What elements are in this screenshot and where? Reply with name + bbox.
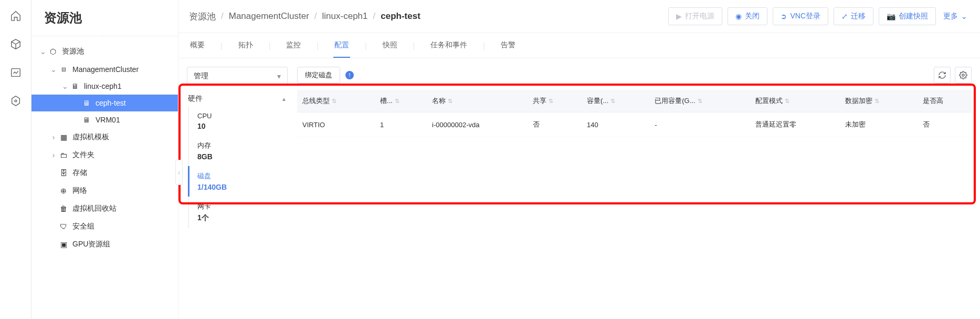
tree-secgroup[interactable]: 🛡安全组 xyxy=(31,218,178,235)
sidebar-title: 资源池 xyxy=(31,9,178,36)
cube-icon[interactable] xyxy=(9,38,22,50)
tree-cluster[interactable]: ⌄⧇ManagementCluster xyxy=(31,60,178,78)
caret-down-icon: ▾ xyxy=(277,72,281,80)
tree-root[interactable]: ⌄⬡资源池 xyxy=(31,43,178,60)
action-bar: ▶打开电源 ◉关闭 ➲VNC登录 ⤢迁移 📷创建快照 更多 ⌄ xyxy=(668,7,970,25)
tree-folders[interactable]: ›🗀文件夹 xyxy=(31,146,178,164)
sort-icon: ⇅ xyxy=(785,98,789,104)
camera-icon: 📷 xyxy=(887,12,895,20)
tab-alarm[interactable]: 告警 xyxy=(500,33,517,58)
gpu-icon: ▣ xyxy=(59,240,68,249)
disk-table: 总线类型⇅ 槽...⇅ 名称⇅ 共享⇅ 容量(...⇅ 已用容量(G...⇅ 配… xyxy=(297,90,972,137)
refresh-button[interactable] xyxy=(934,67,951,84)
migrate-icon: ⤢ xyxy=(841,12,848,20)
tree-storage[interactable]: 🗄存储 xyxy=(31,164,178,182)
triangle-up-icon: ▲ xyxy=(281,96,287,102)
play-icon: ▶ xyxy=(676,12,682,20)
cell-slot: 1 xyxy=(375,112,427,137)
shield-icon: 🛡 xyxy=(59,222,68,231)
col-used[interactable]: 已用容量(G...⇅ xyxy=(649,90,750,112)
tree-vm-ceph-test[interactable]: 🖥ceph-test xyxy=(31,95,178,111)
cell-is: 否 xyxy=(918,112,972,137)
template-icon: ▦ xyxy=(59,133,68,141)
col-slot[interactable]: 槽...⇅ xyxy=(375,90,427,112)
tree-templates[interactable]: ›▦虚拟机模板 xyxy=(31,128,178,146)
sort-icon: ⇅ xyxy=(332,98,336,104)
folder-icon: 🗀 xyxy=(59,151,68,159)
hexagon-icon[interactable] xyxy=(9,95,22,107)
cell-cap: 140 xyxy=(582,112,649,137)
table-toolbar: 绑定磁盘 ! xyxy=(297,67,972,84)
resource-tree: ⌄⬡资源池 ⌄⧇ManagementCluster ⌄🖥linux-ceph1 … xyxy=(31,43,178,253)
power-on-button: ▶打开电源 xyxy=(668,7,722,25)
tab-tasks[interactable]: 任务和事件 xyxy=(429,33,468,58)
info-icon[interactable]: ! xyxy=(345,71,354,79)
cell-mode: 普通延迟置零 xyxy=(750,112,840,137)
tabs: 概要| 拓扑| 监控| 配置| 快照| 任务和事件| 告警 xyxy=(178,33,980,58)
cell-used: - xyxy=(649,112,750,137)
hw-item-memory[interactable]: 内存 8GB xyxy=(189,136,288,166)
chevron-down-icon: ⌄ xyxy=(61,82,69,90)
nav-rail xyxy=(0,0,31,319)
tab-monitor[interactable]: 监控 xyxy=(285,33,302,58)
snapshot-button[interactable]: 📷创建快照 xyxy=(879,7,936,25)
topbar: 资源池/ ManagementCluster/ linux-ceph1/ cep… xyxy=(178,0,980,33)
breadcrumb-item[interactable]: ManagementCluster xyxy=(229,11,309,22)
col-bus[interactable]: 总线类型⇅ xyxy=(297,90,375,112)
table-header-row: 总线类型⇅ 槽...⇅ 名称⇅ 共享⇅ 容量(...⇅ 已用容量(G...⇅ 配… xyxy=(297,90,972,112)
hw-item-cpu[interactable]: CPU 10 xyxy=(189,107,288,136)
power-off-button[interactable]: ◉关闭 xyxy=(728,7,767,25)
tree-recycle[interactable]: 🗑虚拟机回收站 xyxy=(31,200,178,218)
hw-item-nic[interactable]: 网卡 1个 xyxy=(189,197,288,228)
tab-snapshot[interactable]: 快照 xyxy=(382,33,398,58)
cell-name: i-00000002-vda xyxy=(427,112,528,137)
svg-point-2 xyxy=(962,74,964,76)
tab-config[interactable]: 配置 xyxy=(333,33,350,58)
sidebar: 资源池 ⌄⬡资源池 ⌄⧇ManagementCluster ⌄🖥linux-ce… xyxy=(31,0,178,319)
col-share[interactable]: 共享⇅ xyxy=(528,90,582,112)
col-name[interactable]: 名称⇅ xyxy=(427,90,528,112)
breadcrumb-current: ceph-test xyxy=(381,11,420,22)
tree-gpu[interactable]: ▣GPU资源组 xyxy=(31,235,178,253)
table-row[interactable]: VIRTIO 1 i-00000002-vda 否 140 - 普通延迟置零 未… xyxy=(297,112,972,137)
tree-vm-vrm01[interactable]: 🖥VRM01 xyxy=(31,111,178,128)
tab-topology[interactable]: 拓扑 xyxy=(237,33,254,58)
content: 管理 ▾ 硬件 ▲ CPU 10 内存 8GB xyxy=(178,58,980,319)
login-icon: ➲ xyxy=(781,12,787,20)
settings-button[interactable] xyxy=(955,67,972,84)
chevron-down-icon: ⌄ xyxy=(961,12,967,20)
breadcrumb-item[interactable]: linux-ceph1 xyxy=(322,11,368,22)
col-cap[interactable]: 容量(...⇅ xyxy=(582,90,649,112)
cell-encrypt: 未加密 xyxy=(840,112,918,137)
col-is[interactable]: 是否高 xyxy=(918,90,972,112)
storage-icon: 🗄 xyxy=(59,169,68,177)
chevron-right-icon: › xyxy=(49,133,58,141)
tab-overview[interactable]: 概要 xyxy=(189,33,206,58)
sort-icon: ⇅ xyxy=(549,98,553,104)
hw-item-disk[interactable]: 磁盘 1/140GB xyxy=(188,166,288,197)
cluster-icon: ⧇ xyxy=(59,65,68,74)
trash-icon: 🗑 xyxy=(59,204,68,213)
svg-point-1 xyxy=(15,100,17,102)
breadcrumb-item[interactable]: 资源池 xyxy=(189,11,216,23)
chart-icon[interactable] xyxy=(9,66,22,79)
vnc-button[interactable]: ➲VNC登录 xyxy=(773,7,828,25)
cube-icon: ⬡ xyxy=(48,47,58,56)
stop-icon: ◉ xyxy=(735,12,742,20)
collapse-handle[interactable]: ‹ xyxy=(175,160,183,185)
more-button[interactable]: 更多 ⌄ xyxy=(941,7,970,25)
network-icon: ⊕ xyxy=(59,187,68,195)
mgmt-select[interactable]: 管理 ▾ xyxy=(187,67,288,86)
sort-icon: ⇅ xyxy=(874,98,879,104)
hw-header[interactable]: 硬件 ▲ xyxy=(187,91,288,107)
sort-icon: ⇅ xyxy=(610,98,615,104)
bind-disk-button[interactable]: 绑定磁盘 xyxy=(297,67,340,84)
home-icon[interactable] xyxy=(9,9,22,22)
tree-network[interactable]: ⊕网络 xyxy=(31,182,178,200)
tree-host[interactable]: ⌄🖥linux-ceph1 xyxy=(31,78,178,95)
chevron-down-icon: ⌄ xyxy=(49,65,58,74)
chevron-right-icon: › xyxy=(49,151,58,159)
migrate-button[interactable]: ⤢迁移 xyxy=(834,7,873,25)
col-encrypt[interactable]: 数据加密⇅ xyxy=(840,90,918,112)
col-mode[interactable]: 配置模式⇅ xyxy=(750,90,840,112)
